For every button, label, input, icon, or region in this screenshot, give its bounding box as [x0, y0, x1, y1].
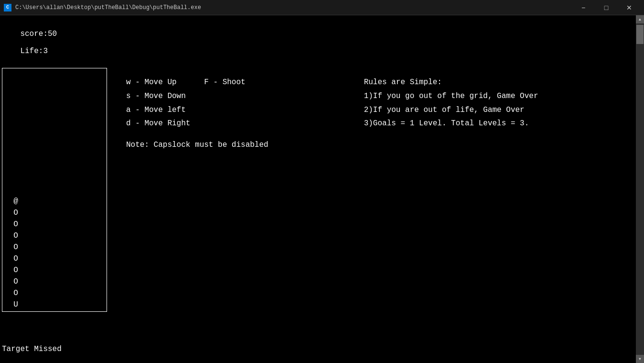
game-grid: @ O O O O O O O O U [2, 68, 107, 312]
scrollbar-track[interactable] [636, 23, 644, 355]
rule-line: 2)If you are out of life, Game Over [364, 103, 538, 117]
title-bar-path: C:\Users\allan\Desktop\putTheBall\Debug\… [15, 4, 572, 11]
rule-line: 3)Goals = 1 Level. Total Levels = 3. [364, 117, 538, 131]
scroll-down-arrow[interactable]: ▼ [636, 355, 644, 363]
instructions-panel: w - Move Up F - Shoots - Move Downa - Mo… [107, 68, 636, 312]
life-spacer [20, 38, 43, 47]
rules-title: Rules are Simple: [364, 76, 538, 89]
control-line: d - Move Right [126, 117, 268, 131]
status-line: score:50 Life:3 [0, 17, 636, 66]
target-missed-text: Target Missed [2, 345, 62, 353]
minimize-button[interactable]: − [572, 0, 594, 15]
control-line: a - Move left [126, 103, 268, 117]
control-line: s - Move Down [126, 89, 268, 103]
title-bar: C C:\Users\allan\Desktop\putTheBall\Debu… [0, 0, 644, 15]
close-button[interactable]: ✕ [618, 0, 640, 15]
main-content: score:50 Life:3 [0, 15, 636, 363]
rule-line: 1)If you go out of the grid, Game Over [364, 89, 538, 103]
bottom-status: Target Missed [2, 345, 62, 353]
scrollbar-right: ▲ ▼ [636, 15, 644, 363]
life-display: Life:3 [20, 47, 48, 55]
scrollbar-thumb[interactable] [636, 25, 644, 44]
note-line: Note: Capslock must be disabled [126, 138, 268, 152]
score-display: score:50 [20, 30, 57, 38]
scroll-up-arrow[interactable]: ▲ [636, 15, 644, 23]
game-area: @ O O O O O O O O U w - Move Up F - Shoo… [0, 66, 636, 314]
control-line: w - Move Up F - Shoot [126, 76, 268, 89]
app-icon: C [4, 4, 11, 11]
window-controls: − □ ✕ [572, 0, 640, 15]
maximize-button[interactable]: □ [595, 0, 617, 15]
grid-content: @ O O O O O O O O U [2, 68, 107, 311]
